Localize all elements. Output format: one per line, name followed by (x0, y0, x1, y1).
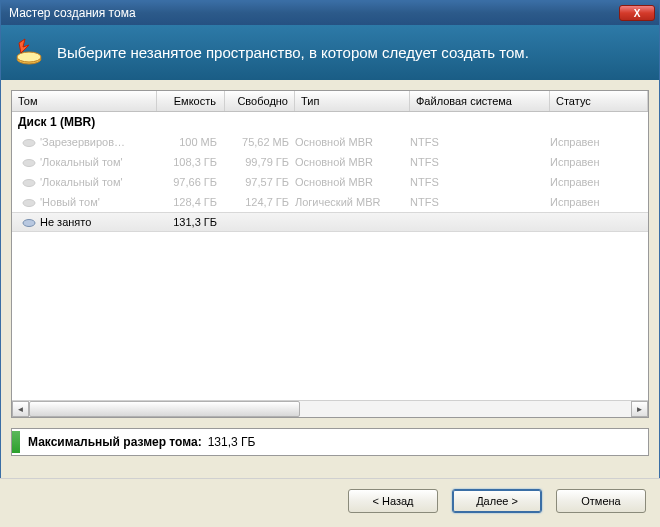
row-status: Исправен (550, 196, 648, 208)
row-capacity: 128,4 ГБ (157, 196, 225, 208)
table-row[interactable]: 'Новый том'128,4 ГБ124,7 ГБЛогический MB… (12, 192, 648, 212)
table-header: Том Емкость Свободно Тип Файловая систем… (12, 91, 648, 112)
wizard-footer: < Назад Далее > Отмена (0, 478, 660, 527)
row-filesystem: NTFS (410, 136, 550, 148)
svg-point-4 (23, 180, 35, 187)
svg-point-5 (23, 200, 35, 207)
header-capacity[interactable]: Емкость (157, 91, 225, 111)
disk-group-header: Диск 1 (MBR) (12, 112, 648, 132)
size-indicator-icon (12, 431, 20, 453)
row-status: Исправен (550, 136, 648, 148)
row-free: 75,62 МБ (225, 136, 295, 148)
row-filesystem: NTFS (410, 176, 550, 188)
row-type: Основной MBR (295, 176, 410, 188)
scroll-right-button[interactable]: ► (631, 401, 648, 417)
close-button[interactable]: X (619, 5, 655, 21)
wizard-banner: Выберите незанятое пространство, в котор… (1, 25, 659, 80)
table-row[interactable]: 'Локальный том'108,3 ГБ99,79 ГБОсновной … (12, 152, 648, 172)
table-row[interactable]: 'Зарезервиров…100 МБ75,62 МБОсновной MBR… (12, 132, 648, 152)
scroll-thumb[interactable] (29, 401, 300, 417)
header-tom[interactable]: Том (12, 91, 157, 111)
row-free: 97,57 ГБ (225, 176, 295, 188)
row-filesystem: NTFS (410, 156, 550, 168)
header-status[interactable]: Статус (550, 91, 648, 111)
banner-text: Выберите незанятое пространство, в котор… (57, 44, 529, 61)
close-icon: X (634, 8, 641, 19)
row-name: 'Локальный том' (40, 156, 123, 168)
row-name: Не занято (40, 216, 91, 228)
volume-icon (22, 158, 36, 168)
row-status: Исправен (550, 156, 648, 168)
row-type: Основной MBR (295, 156, 410, 168)
cancel-button[interactable]: Отмена (556, 489, 646, 513)
row-free: 99,79 ГБ (225, 156, 295, 168)
row-free: 124,7 ГБ (225, 196, 295, 208)
header-filesystem[interactable]: Файловая система (410, 91, 550, 111)
row-type: Основной MBR (295, 136, 410, 148)
horizontal-scrollbar[interactable]: ◄ ► (12, 400, 648, 417)
svg-point-6 (23, 220, 35, 227)
row-capacity: 100 МБ (157, 136, 225, 148)
scroll-left-button[interactable]: ◄ (12, 401, 29, 417)
table-body: Диск 1 (MBR) 'Зарезервиров…100 МБ75,62 М… (12, 112, 648, 400)
table-row[interactable]: 'Локальный том'97,66 ГБ97,57 ГБОсновной … (12, 172, 648, 192)
row-status: Исправен (550, 176, 648, 188)
max-size-value: 131,3 ГБ (208, 435, 256, 449)
volume-icon (22, 178, 36, 188)
title-bar: Мастер создания тома X (1, 1, 659, 25)
content-area: Том Емкость Свободно Тип Файловая систем… (1, 80, 659, 466)
volume-icon (22, 218, 36, 228)
row-capacity: 97,66 ГБ (157, 176, 225, 188)
max-size-panel: Максимальный размер тома: 131,3 ГБ (11, 428, 649, 456)
row-filesystem: NTFS (410, 196, 550, 208)
row-name: 'Локальный том' (40, 176, 123, 188)
next-button[interactable]: Далее > (452, 489, 542, 513)
row-type: Логический MBR (295, 196, 410, 208)
volume-icon (22, 198, 36, 208)
row-name: 'Зарезервиров… (40, 136, 125, 148)
row-name: 'Новый том' (40, 196, 100, 208)
max-size-label: Максимальный размер тома: (28, 435, 202, 449)
svg-point-3 (23, 160, 35, 167)
volume-icon (22, 138, 36, 148)
window-title: Мастер создания тома (9, 6, 136, 20)
header-type[interactable]: Тип (295, 91, 410, 111)
volume-wizard-icon (13, 37, 45, 69)
header-free[interactable]: Свободно (225, 91, 295, 111)
row-capacity: 131,3 ГБ (157, 216, 225, 228)
row-capacity: 108,3 ГБ (157, 156, 225, 168)
table-row[interactable]: Не занято131,3 ГБ (12, 212, 648, 232)
svg-point-2 (23, 140, 35, 147)
volume-table: Том Емкость Свободно Тип Файловая систем… (11, 90, 649, 418)
back-button[interactable]: < Назад (348, 489, 438, 513)
scroll-track[interactable] (29, 401, 631, 417)
